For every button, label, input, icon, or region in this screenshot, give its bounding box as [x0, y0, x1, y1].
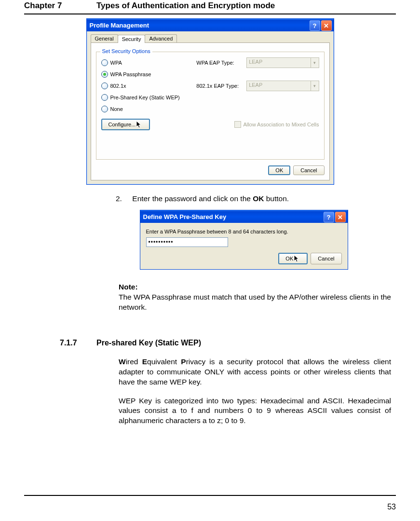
cancel-button-label: Cancel — [300, 167, 317, 173]
radio-none[interactable] — [101, 106, 108, 112]
step-text-before: Enter the password and click on the — [132, 194, 253, 203]
radio-wpa[interactable] — [101, 59, 108, 66]
ok-button[interactable]: OK — [278, 253, 308, 264]
radio-8021x[interactable] — [101, 82, 108, 89]
mixed-cells-label: Allow Association to Mixed Cells — [243, 122, 319, 127]
wpa-eap-type-combo[interactable]: LEAP ▾ — [246, 57, 319, 68]
8021x-eap-type-value: LEAP — [247, 81, 310, 91]
dialog2-titlebar[interactable]: Define WPA Pre-Shared Key ? ✕ — [140, 210, 348, 223]
8021x-eap-type-label: 802.1x EAP Type: — [196, 83, 246, 89]
section-heading: 7.1.7 Pre-shared Key (Static WEP) — [96, 339, 391, 347]
svg-marker-0 — [136, 121, 141, 128]
section-number: 7.1.7 — [60, 339, 96, 347]
tab-strip: General Security Advanced — [91, 34, 330, 43]
radio-wpa-passphrase[interactable] — [101, 71, 108, 78]
wep-paragraph-2: WEP Key is categorized into two types: H… — [119, 396, 391, 426]
group-legend: Set Security Options — [100, 48, 152, 54]
radio-wpa-passphrase-label: WPA Passphrase — [110, 71, 151, 77]
note-label: Note: — [119, 283, 138, 291]
dialog2-title: Define WPA Pre-Shared Key — [143, 213, 227, 220]
note-text: The WPA Passphrase must match that used … — [119, 293, 391, 311]
close-icon[interactable]: ✕ — [321, 20, 332, 31]
dialog-title: Profile Management — [90, 22, 149, 29]
8021x-eap-type-combo[interactable]: LEAP ▾ — [246, 81, 319, 91]
close-icon[interactable]: ✕ — [335, 212, 346, 222]
page-number: 53 — [387, 503, 396, 511]
tab-security[interactable]: Security — [118, 35, 146, 43]
cancel-button-label: Cancel — [318, 256, 334, 261]
chapter-number: Chapter 7 — [24, 1, 96, 11]
wpa-eap-type-value: LEAP — [247, 58, 310, 68]
chapter-header: Chapter 7 Types of Authentication and En… — [24, 0, 396, 14]
section-title: Pre-shared Key (Static WEP) — [96, 339, 201, 347]
step-text-after: button. — [264, 194, 289, 203]
radio-8021x-label: 802.1x — [110, 83, 126, 89]
radio-preshared-key[interactable] — [101, 94, 108, 101]
tab-panel-security: Set Security Options WPA WPA EAP Type: L… — [91, 43, 330, 180]
help-icon[interactable]: ? — [310, 20, 320, 31]
ok-button-label: OK — [285, 256, 293, 261]
radio-none-label: None — [110, 106, 123, 112]
step-ok-word: OK — [253, 194, 264, 203]
security-options-group: Set Security Options WPA WPA EAP Type: L… — [96, 52, 325, 160]
cancel-button[interactable]: Cancel — [293, 165, 324, 175]
ok-button-label: OK — [275, 167, 283, 173]
chevron-down-icon: ▾ — [311, 58, 319, 68]
svg-marker-1 — [294, 255, 298, 262]
dialog-titlebar[interactable]: Profile Management ? ✕ — [87, 19, 334, 31]
radio-preshared-key-label: Pre-Shared Key (Static WEP) — [110, 95, 180, 100]
cursor-icon — [137, 121, 143, 128]
help-icon[interactable]: ? — [324, 212, 334, 222]
tab-advanced[interactable]: Advanced — [145, 34, 177, 42]
configure-button[interactable]: Configure... — [101, 119, 150, 130]
wpa-instruction: Enter a WPA Passphrase between 8 and 64 … — [146, 229, 342, 234]
profile-management-dialog: Profile Management ? ✕ General Security … — [86, 18, 334, 185]
radio-wpa-label: WPA — [110, 60, 122, 66]
wpa-eap-type-label: WPA EAP Type: — [196, 60, 246, 66]
chevron-down-icon: ▾ — [311, 81, 319, 91]
wep-paragraph-1: Wired Equivalent Privacy is a security p… — [119, 357, 391, 387]
passphrase-input[interactable]: •••••••••• — [146, 237, 228, 247]
chapter-title: Types of Authentication and Encryption m… — [96, 1, 396, 11]
cursor-icon — [295, 255, 300, 262]
step-2: 2. Enter the password and click on the O… — [116, 194, 391, 203]
cancel-button[interactable]: Cancel — [311, 253, 341, 264]
configure-button-label: Configure... — [108, 122, 136, 127]
note-block: Note: The WPA Passphrase must match that… — [119, 282, 391, 313]
tab-general[interactable]: General — [91, 34, 118, 42]
ok-button[interactable]: OK — [268, 165, 290, 175]
mixed-cells-checkbox[interactable] — [234, 121, 241, 128]
footer-rule — [24, 495, 396, 496]
step-number: 2. — [116, 194, 130, 203]
header-rule — [24, 14, 396, 14]
define-wpa-psk-dialog: Define WPA Pre-Shared Key ? ✕ Enter a WP… — [140, 210, 348, 270]
